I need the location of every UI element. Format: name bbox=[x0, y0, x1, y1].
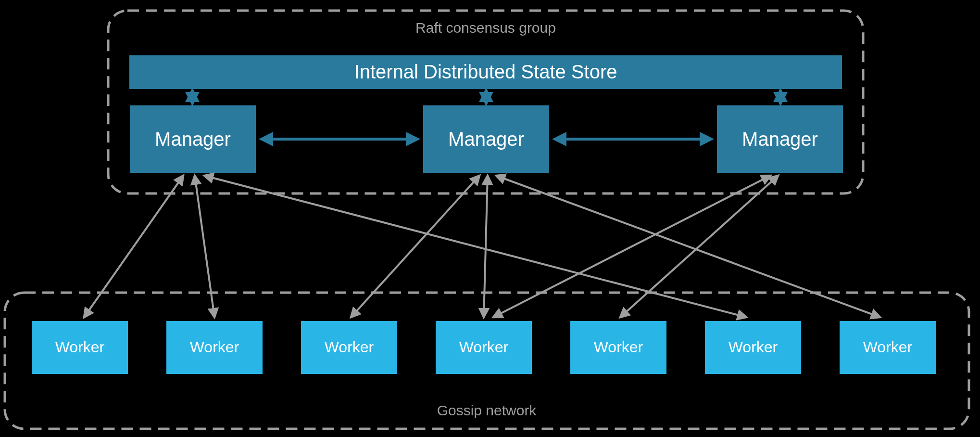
raft-group-label: Raft consensus group bbox=[415, 20, 556, 36]
manager-label-2: Manager bbox=[448, 129, 524, 150]
mgr1-wrk1-link bbox=[84, 176, 183, 317]
worker-label-5: Worker bbox=[594, 338, 643, 356]
worker-label-6: Worker bbox=[729, 338, 778, 356]
gossip-group-label: Gossip network bbox=[437, 402, 537, 418]
mgr1-wrk2-link bbox=[195, 176, 214, 317]
mgr3-wrk4-link bbox=[493, 176, 770, 317]
manager-label-1: Manager bbox=[155, 129, 231, 150]
mgr2-wrk4-link bbox=[484, 176, 488, 317]
mgr1-wrk6-link bbox=[204, 176, 746, 317]
mgr2-wrk3-link bbox=[351, 176, 479, 317]
mgr2-wrk7-link bbox=[496, 176, 880, 317]
state-store-label: Internal Distributed State Store bbox=[354, 61, 617, 82]
mgr3-wrk5-link bbox=[620, 176, 778, 317]
worker-label-7: Worker bbox=[863, 338, 913, 356]
worker-label-3: Worker bbox=[325, 338, 374, 356]
manager-label-3: Manager bbox=[742, 129, 818, 150]
worker-label-4: Worker bbox=[459, 338, 509, 356]
worker-label-2: Worker bbox=[190, 338, 239, 356]
worker-label-1: Worker bbox=[55, 338, 105, 356]
